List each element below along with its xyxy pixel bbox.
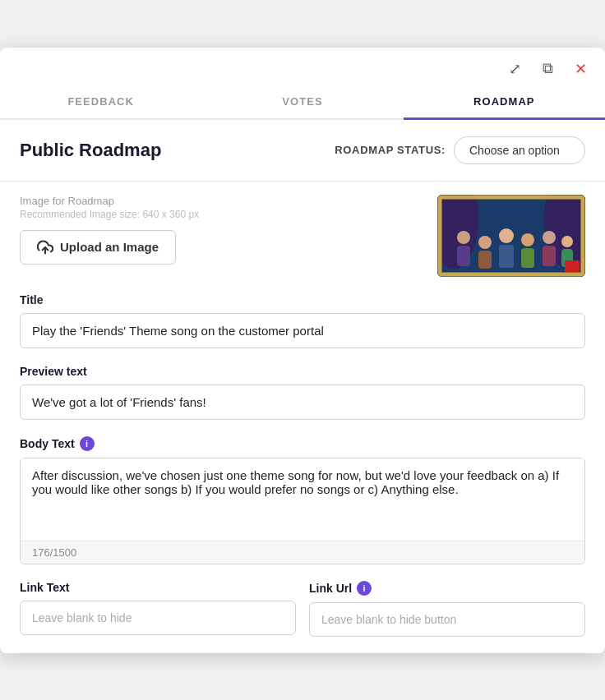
status-label: ROADMAP STATUS: xyxy=(335,144,446,156)
status-dropdown[interactable]: Choose an option Active Planned Complete… xyxy=(454,136,585,164)
link-url-label: Link Url i xyxy=(309,581,585,596)
preview-text-field-group: Preview text xyxy=(20,365,585,420)
body-text-info-icon[interactable]: i xyxy=(80,436,95,451)
friends-photo xyxy=(437,195,585,277)
link-text-label: Link Text xyxy=(20,581,296,594)
body-text-label-text: Body Text xyxy=(20,437,75,450)
upload-icon xyxy=(37,239,53,256)
body-text-input[interactable]: After discussion, we've chosen just one … xyxy=(21,458,584,541)
content-area: Public Roadmap ROADMAP STATUS: Choose an… xyxy=(0,120,605,653)
link-url-col: Link Url i xyxy=(309,581,585,637)
close-icon[interactable]: ✕ xyxy=(569,58,592,81)
copy-icon[interactable]: ⧉ xyxy=(536,58,559,81)
link-url-info-icon[interactable]: i xyxy=(357,581,372,596)
title-input[interactable] xyxy=(20,313,585,348)
char-count: 176/1500 xyxy=(21,541,584,564)
expand-icon[interactable]: ⤢ xyxy=(503,58,526,81)
body-text-wrapper: After discussion, we've chosen just one … xyxy=(20,458,585,564)
tab-feedback[interactable]: FEEDBACK xyxy=(0,84,201,118)
tab-bar: FEEDBACK VOTES ROADMAP xyxy=(0,84,605,120)
svg-point-5 xyxy=(457,231,470,244)
link-url-input[interactable] xyxy=(309,602,585,637)
preview-text-label: Preview text xyxy=(20,365,585,378)
link-row: Link Text Link Url i xyxy=(20,581,585,637)
svg-point-13 xyxy=(543,231,556,244)
body-text-label: Body Text i xyxy=(20,436,585,451)
link-text-input[interactable] xyxy=(20,601,296,635)
title-field-group: Title xyxy=(20,293,585,348)
upload-button-label: Upload an Image xyxy=(60,240,159,254)
page-title: Public Roadmap xyxy=(20,140,161,161)
body-text-field-group: Body Text i After discussion, we've chos… xyxy=(20,436,585,564)
tab-roadmap[interactable]: ROADMAP xyxy=(404,84,605,120)
image-sublabel: Recommended Image size: 640 x 360 px xyxy=(20,209,199,220)
modal-container: ⤢ ⧉ ✕ FEEDBACK VOTES ROADMAP Public Road… xyxy=(0,48,605,653)
svg-rect-17 xyxy=(565,260,580,272)
link-text-col: Link Text xyxy=(20,581,296,637)
divider xyxy=(0,181,605,182)
svg-rect-6 xyxy=(457,246,470,266)
cast-svg xyxy=(437,195,585,277)
tab-votes[interactable]: VOTES xyxy=(201,84,403,118)
svg-rect-14 xyxy=(543,246,556,266)
header-row: Public Roadmap ROADMAP STATUS: Choose an… xyxy=(20,136,585,164)
svg-rect-12 xyxy=(521,248,534,268)
svg-point-11 xyxy=(521,233,534,246)
image-label: Image for Roadmap xyxy=(20,195,199,207)
title-label: Title xyxy=(20,293,585,306)
preview-text-input[interactable] xyxy=(20,385,585,420)
image-preview xyxy=(437,195,585,277)
svg-point-9 xyxy=(499,228,514,243)
upload-button[interactable]: Upload an Image xyxy=(20,230,176,265)
image-left: Image for Roadmap Recommended Image size… xyxy=(20,195,199,265)
svg-point-15 xyxy=(561,236,573,247)
image-section: Image for Roadmap Recommended Image size… xyxy=(20,195,585,277)
link-url-label-text: Link Url xyxy=(309,582,352,595)
svg-point-7 xyxy=(478,236,492,249)
svg-rect-10 xyxy=(499,245,514,268)
status-row: ROADMAP STATUS: Choose an option Active … xyxy=(335,136,585,164)
svg-rect-8 xyxy=(478,251,492,269)
top-bar: ⤢ ⧉ ✕ xyxy=(0,48,605,81)
